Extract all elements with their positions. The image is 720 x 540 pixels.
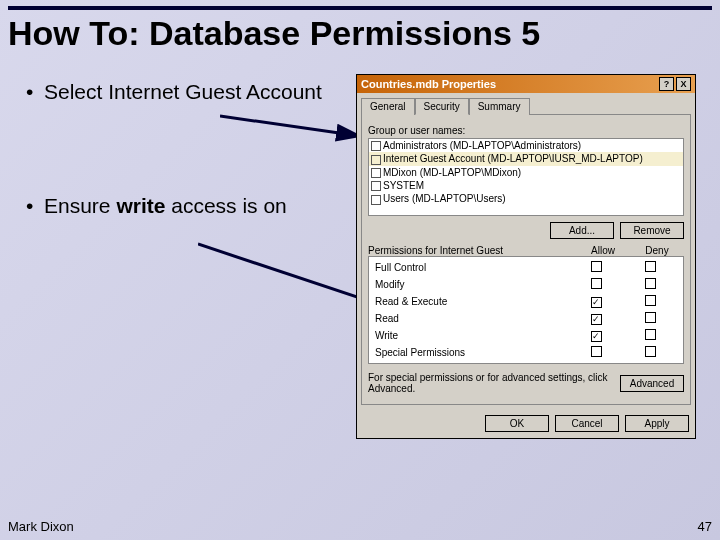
- allow-checkbox[interactable]: [591, 346, 602, 357]
- list-item-label: MDixon (MD-LAPTOP\MDixon): [383, 167, 521, 178]
- deny-checkbox[interactable]: [645, 312, 656, 323]
- tab-strip: General Security Summary: [357, 93, 695, 114]
- deny-header: Deny: [630, 245, 684, 256]
- group-icon: [371, 195, 381, 205]
- permission-name: Special Permissions: [375, 347, 569, 358]
- allow-checkbox[interactable]: ✓: [591, 331, 602, 342]
- permission-name: Read: [375, 313, 569, 324]
- permissions-for-label: Permissions for Internet Guest: [368, 245, 576, 256]
- tab-security[interactable]: Security: [415, 98, 469, 115]
- permissions-list: Full ControlModifyRead & Execute✓Read✓Wr…: [368, 256, 684, 364]
- list-item[interactable]: Administrators (MD-LAPTOP\Administrators…: [369, 139, 683, 152]
- allow-header: Allow: [576, 245, 630, 256]
- close-button[interactable]: X: [676, 77, 691, 91]
- permission-row: Read & Execute✓: [369, 293, 683, 310]
- allow-checkbox[interactable]: [591, 261, 602, 272]
- add-button[interactable]: Add...: [550, 222, 614, 239]
- footer-page: 47: [698, 519, 712, 534]
- list-item-label: SYSTEM: [383, 180, 424, 191]
- bullet-1: Select Internet Guest Account: [26, 80, 326, 104]
- bullet-2-post: access is on: [165, 194, 286, 217]
- dialog-footer: OK Cancel Apply: [357, 409, 695, 438]
- page-title: How To: Database Permissions 5: [8, 14, 540, 53]
- list-item[interactable]: Internet Guest Account (MD-LAPTOP\IUSR_M…: [369, 152, 683, 165]
- bullet-1-text: Select Internet Guest Account: [44, 80, 322, 103]
- advanced-text: For special permissions or for advanced …: [368, 372, 614, 394]
- bullet-2: Ensure write access is on: [26, 194, 326, 218]
- user-listbox[interactable]: Administrators (MD-LAPTOP\Administrators…: [368, 138, 684, 216]
- list-item-label: Internet Guest Account (MD-LAPTOP\IUSR_M…: [383, 153, 643, 164]
- list-item-label: Users (MD-LAPTOP\Users): [383, 193, 506, 204]
- list-item[interactable]: SYSTEM: [369, 179, 683, 192]
- list-item[interactable]: Users (MD-LAPTOP\Users): [369, 192, 683, 205]
- permission-row: Modify: [369, 276, 683, 293]
- advanced-button[interactable]: Advanced: [620, 375, 684, 392]
- ok-button[interactable]: OK: [485, 415, 549, 432]
- tab-general[interactable]: General: [361, 98, 415, 115]
- deny-checkbox[interactable]: [645, 278, 656, 289]
- cancel-button[interactable]: Cancel: [555, 415, 619, 432]
- bullet-2-pre: Ensure: [44, 194, 116, 217]
- footer-author: Mark Dixon: [8, 519, 74, 534]
- permission-name: Full Control: [375, 262, 569, 273]
- permissions-header: Permissions for Internet Guest Allow Den…: [368, 245, 684, 256]
- user-icon: [371, 155, 381, 165]
- remove-button[interactable]: Remove: [620, 222, 684, 239]
- user-icon: [371, 181, 381, 191]
- permission-name: Modify: [375, 279, 569, 290]
- dialog-titlebar[interactable]: Countries.mdb Properties ? X: [357, 75, 695, 93]
- permission-row: Write✓: [369, 327, 683, 344]
- permission-name: Read & Execute: [375, 296, 569, 307]
- title-rule: [8, 6, 712, 10]
- deny-checkbox[interactable]: [645, 295, 656, 306]
- deny-checkbox[interactable]: [645, 346, 656, 357]
- list-item[interactable]: MDixon (MD-LAPTOP\MDixon): [369, 166, 683, 179]
- list-item-label: Administrators (MD-LAPTOP\Administrators…: [383, 140, 581, 151]
- allow-checkbox[interactable]: ✓: [591, 297, 602, 308]
- permission-row: Full Control: [369, 259, 683, 276]
- permission-row: Read✓: [369, 310, 683, 327]
- user-icon: [371, 168, 381, 178]
- help-button[interactable]: ?: [659, 77, 674, 91]
- group-icon: [371, 141, 381, 151]
- deny-checkbox[interactable]: [645, 329, 656, 340]
- dialog-body: Group or user names: Administrators (MD-…: [361, 114, 691, 405]
- deny-checkbox[interactable]: [645, 261, 656, 272]
- dialog-title: Countries.mdb Properties: [361, 78, 496, 90]
- tab-summary[interactable]: Summary: [469, 98, 530, 115]
- allow-checkbox[interactable]: ✓: [591, 314, 602, 325]
- group-label: Group or user names:: [368, 125, 684, 136]
- apply-button[interactable]: Apply: [625, 415, 689, 432]
- allow-checkbox[interactable]: [591, 278, 602, 289]
- permission-row: Special Permissions: [369, 344, 683, 361]
- bullet-list: Select Internet Guest Account Ensure wri…: [26, 80, 326, 308]
- permission-name: Write: [375, 330, 569, 341]
- properties-dialog: Countries.mdb Properties ? X General Sec…: [356, 74, 696, 439]
- bullet-2-bold: write: [116, 194, 165, 217]
